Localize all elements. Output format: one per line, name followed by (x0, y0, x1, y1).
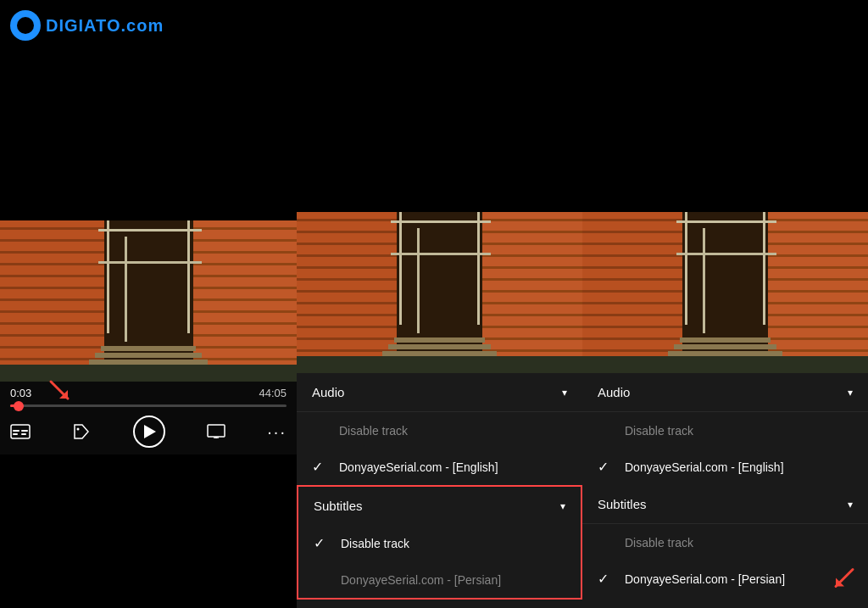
rail-v2-r (703, 228, 705, 333)
middle-video-black-top (297, 0, 582, 212)
arrow-indicator-right (829, 562, 860, 595)
subtitles-disable-track-middle[interactable]: ✓ Disable track (298, 525, 581, 561)
stair-step-2 (95, 353, 202, 358)
audio-disable-label-right: Disable track (625, 424, 693, 438)
tag-icon (72, 422, 91, 441)
rail-h1 (98, 229, 203, 231)
audio-title-middle: Audio (312, 385, 344, 399)
rail-v2-m (417, 228, 420, 333)
stair-step-2-m (388, 344, 491, 349)
audio-disable-label-middle: Disable track (339, 424, 408, 438)
svg-rect-5 (21, 430, 28, 432)
progress-dot (14, 401, 24, 411)
subtitles-persian-label-right: DonyayeSerial.com - [Persian] (625, 572, 785, 586)
subtitles-disable-label-right: Disable track (625, 536, 693, 549)
rail-v1-m (399, 212, 402, 325)
dots-icon: ··· (267, 422, 287, 442)
subtitles-persian-label-middle: DonyayeSerial.com - [Persian] (341, 573, 501, 587)
building-wall-right (193, 220, 298, 382)
audio-chevron-middle: ▾ (562, 387, 567, 399)
ground-m (297, 356, 582, 373)
right-menu: Audio ▾ ✓ Disable track ✓ DonyayeSerial.… (582, 373, 868, 608)
rail-h1-m (391, 220, 491, 223)
subtitles-disable-track-right[interactable]: ✓ Disable track (582, 524, 868, 561)
building-wall-right-m (482, 212, 582, 373)
control-buttons: ··· (10, 416, 287, 448)
rail-h1-r (676, 220, 776, 223)
logo-site: DIGIATO (46, 16, 120, 35)
stair-step-3-m (394, 337, 486, 343)
cc-icon (10, 424, 31, 439)
subtitles-chevron-right: ▾ (848, 499, 853, 510)
subtitles-header-middle[interactable]: Subtitles ▾ (298, 487, 581, 525)
subtitles-disable-label-middle: Disable track (341, 537, 409, 550)
stair-step-2-r (674, 344, 776, 349)
audio-header-right[interactable]: Audio ▾ (582, 373, 868, 412)
svg-point-7 (77, 428, 80, 431)
subtitles-section-right: Subtitles ▾ ✓ Disable track ✓ DonyayeSer… (582, 485, 868, 597)
video-controls: 0:03 44:05 (0, 382, 297, 455)
svg-rect-6 (21, 433, 26, 435)
rail-v3-m (477, 212, 480, 325)
stair-step-3 (101, 346, 196, 351)
progress-fill (10, 404, 19, 407)
rail-v1 (107, 220, 109, 333)
logo-text: DIGIATO.com (46, 16, 164, 36)
subtitle-button[interactable] (10, 424, 31, 439)
rail-h2-m (391, 253, 491, 255)
logo-inner-circle (17, 17, 34, 34)
rail-v2 (125, 237, 127, 342)
svg-rect-8 (208, 425, 225, 437)
logo-tld: .com (120, 16, 164, 35)
logo-icon (10, 10, 41, 41)
audio-check-right: ✓ (598, 459, 613, 475)
play-icon (144, 425, 156, 438)
stair-step-3-r (680, 337, 771, 343)
subtitles-title-right: Subtitles (598, 497, 647, 511)
rail-h2 (98, 261, 203, 264)
rail-v3-r (763, 212, 765, 325)
ground-r (582, 356, 868, 373)
middle-menu: Audio ▾ ✓ Disable track ✓ DonyayeSerial.… (297, 373, 582, 608)
rail-v1-r (685, 212, 687, 325)
sub-check-persian-r: ✓ (598, 571, 613, 587)
sub-check-middle: ✓ (314, 535, 329, 551)
red-arrow-right-icon (829, 562, 860, 593)
audio-english-label-middle: DonyayeSerial.com - [English] (339, 460, 498, 474)
middle-panel: Audio ▾ ✓ Disable track ✓ DonyayeSerial.… (297, 0, 582, 608)
audio-disable-track-right[interactable]: ✓ Disable track (582, 412, 868, 449)
play-button[interactable] (133, 416, 165, 448)
rail-h2-r (676, 253, 776, 255)
time-current: 0:03 (10, 387, 31, 399)
audio-title-right: Audio (598, 385, 630, 399)
tag-button[interactable] (72, 422, 91, 441)
building-wall-right-r (768, 212, 868, 373)
time-total: 44:05 (259, 387, 287, 399)
left-panel: DIGIATO.com 0:03 44:05 (0, 0, 297, 608)
middle-video-scene (297, 212, 582, 373)
audio-disable-track-middle[interactable]: ✓ Disable track (297, 412, 582, 449)
audio-english-middle[interactable]: ✓ DonyayeSerial.com - [English] (297, 449, 582, 485)
arrow-indicator-left (44, 375, 75, 409)
subtitles-title-middle: Subtitles (314, 499, 363, 513)
svg-rect-3 (13, 430, 19, 432)
logo-area: DIGIATO.com (10, 10, 164, 41)
audio-header-middle[interactable]: Audio ▾ (297, 373, 582, 412)
subtitles-persian-middle[interactable]: ✓ DonyayeSerial.com - [Persian] (298, 561, 581, 598)
video-scene-left (0, 220, 297, 382)
subtitles-persian-right[interactable]: ✓ DonyayeSerial.com - [Persian] (582, 561, 868, 597)
red-arrow-icon (44, 375, 75, 405)
right-panel: Audio ▾ ✓ Disable track ✓ DonyayeSerial.… (582, 0, 868, 608)
svg-rect-4 (13, 433, 18, 435)
more-button[interactable]: ··· (267, 422, 287, 442)
subtitles-header-right[interactable]: Subtitles ▾ (582, 485, 868, 524)
audio-english-label-right: DonyayeSerial.com - [English] (625, 460, 784, 474)
screen-icon (207, 424, 225, 439)
subtitles-chevron-middle: ▾ (560, 500, 565, 512)
rail-v3 (187, 220, 190, 333)
right-video-scene (582, 212, 868, 373)
fullscreen-button[interactable] (207, 424, 225, 439)
audio-chevron-right: ▾ (848, 387, 853, 399)
audio-english-right[interactable]: ✓ DonyayeSerial.com - [English] (582, 449, 868, 485)
audio-check-middle: ✓ (312, 459, 327, 475)
